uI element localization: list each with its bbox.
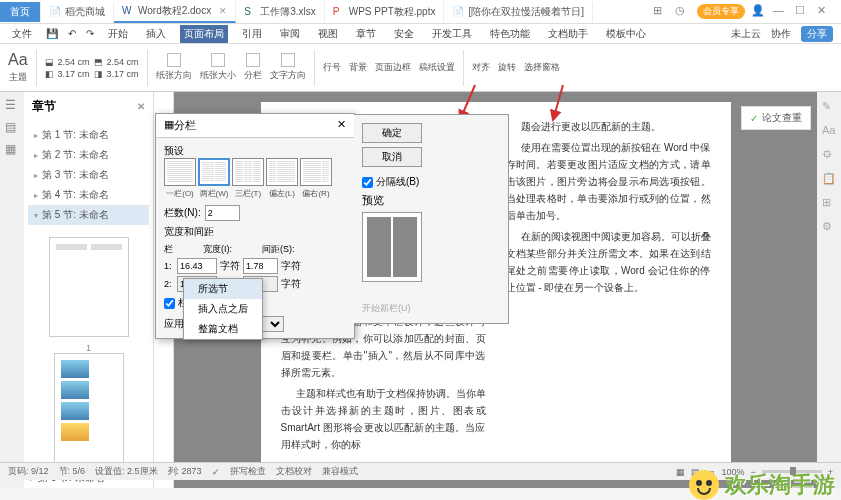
tab-label: WPS PPT教程.pptx (349, 5, 436, 19)
menu-doc-helper[interactable]: 文档助手 (544, 25, 592, 43)
chapter-item[interactable]: ▸第 4 节: 未命名 (28, 185, 149, 205)
preset-label-3: 三栏(T) (232, 188, 264, 199)
doc-check-label[interactable]: 文档校对 (276, 465, 312, 478)
watermark-logo-icon (689, 470, 719, 500)
chapter-icon[interactable]: ▤ (5, 120, 19, 134)
cancel-button[interactable]: 取消 (362, 147, 422, 167)
spacing-spinner-1[interactable]: 1.78 (243, 258, 278, 274)
dialog-title-icon: ▦ (164, 118, 174, 133)
margin-right-value[interactable]: 3.17 cm (107, 69, 139, 79)
textdir-button[interactable]: 文字方向 (270, 53, 306, 82)
cols-count-spinner[interactable]: 2 (205, 205, 240, 221)
menubar: 文件 💾 ↶ ↷ 开始 插入 页面布局 引用 审阅 视图 章节 安全 开发工具 … (0, 24, 841, 44)
menu-page-layout[interactable]: 页面布局 (180, 25, 228, 43)
close-window-icon[interactable]: ✕ (817, 4, 833, 20)
chapter-item[interactable]: ▸第 3 节: 未命名 (28, 165, 149, 185)
theme-group[interactable]: Aa 主题 (8, 51, 28, 84)
limit-icon[interactable]: ⊞ (822, 196, 836, 210)
orientation-button[interactable]: 纸张方向 (156, 53, 192, 82)
width-spinner-1[interactable]: 16.43 (177, 258, 217, 274)
outline-icon[interactable]: ☰ (5, 98, 19, 112)
chapter-item[interactable]: ▾第 5 节: 未命名 (28, 205, 149, 225)
page-thumbnail[interactable] (54, 353, 124, 463)
menu-chapter[interactable]: 章节 (352, 25, 380, 43)
bell-icon[interactable]: ◷ (675, 4, 691, 20)
dropdown-item[interactable]: 所选节 (184, 279, 262, 299)
margins-group: ⬓2.54 cm⬒2.54 cm ◧3.17 cm◨3.17 cm (45, 57, 139, 79)
chapter-title: 章节 (32, 98, 56, 115)
preset-three-column[interactable] (232, 158, 264, 186)
paper-check-button[interactable]: ✓ 论文查重 (741, 106, 811, 130)
upgrade-badge[interactable]: 会员专享 (697, 4, 745, 19)
pencil-icon[interactable]: ✎ (822, 100, 836, 114)
menu-features[interactable]: 特色功能 (486, 25, 534, 43)
select-icon[interactable]: ⯐ (822, 148, 836, 162)
clipboard-icon[interactable]: 📋 (822, 172, 836, 186)
chapter-item[interactable]: ▸第 2 节: 未命名 (28, 145, 149, 165)
menu-ref[interactable]: 引用 (238, 25, 266, 43)
style-icon[interactable]: Aa (822, 124, 836, 138)
menu-file[interactable]: 文件 (8, 25, 36, 43)
preset-left[interactable] (266, 158, 298, 186)
dropdown-item[interactable]: 整篇文档 (184, 319, 262, 339)
menu-security[interactable]: 安全 (390, 25, 418, 43)
menu-start[interactable]: 开始 (104, 25, 132, 43)
select-pane-button[interactable]: 选择窗格 (524, 61, 560, 74)
tab-other[interactable]: 📄 [陪你在双拉慢活幔着节日] (444, 2, 593, 22)
columns-button[interactable]: 分栏 (244, 53, 262, 82)
grid-icon[interactable]: ⊞ (653, 4, 669, 20)
page-thumbnail[interactable] (49, 237, 129, 337)
preset-label-1: 一栏(O) (164, 188, 196, 199)
menu-view[interactable]: 视图 (314, 25, 342, 43)
menu-review[interactable]: 审阅 (276, 25, 304, 43)
margin-left-value[interactable]: 3.17 cm (58, 69, 90, 79)
tab-word-doc[interactable]: W Word教程2.docx ✕ (114, 1, 236, 23)
prop-icon[interactable]: ⚙ (822, 220, 836, 234)
margin-bottom-value[interactable]: 2.54 cm (107, 57, 139, 67)
minimize-icon[interactable]: — (773, 4, 789, 20)
qat-save-icon[interactable]: 💾 (46, 28, 58, 39)
section-indicator[interactable]: 节: 5/6 (59, 465, 86, 478)
preset-right[interactable] (300, 158, 332, 186)
share-button[interactable]: 分享 (801, 26, 833, 42)
margin-top-value[interactable]: 2.54 cm (58, 57, 90, 67)
menu-insert[interactable]: 插入 (142, 25, 170, 43)
doc-icon: 📄 (49, 6, 61, 18)
border-button[interactable]: 页面边框 (375, 61, 411, 74)
preset-one-column[interactable] (164, 158, 196, 186)
linenum-button[interactable]: 行号 (323, 61, 341, 74)
page-indicator[interactable]: 页码: 9/12 (8, 465, 49, 478)
dialog-close-icon[interactable]: ✕ (337, 118, 346, 133)
menu-dev[interactable]: 开发工具 (428, 25, 476, 43)
tab-excel[interactable]: S 工作簿3.xlsx (236, 2, 325, 22)
line-between-checkbox[interactable] (362, 177, 373, 188)
word-count[interactable]: 列: 2873 (168, 465, 202, 478)
ok-button[interactable]: 确定 (362, 123, 422, 143)
home-tab[interactable]: 首页 (0, 2, 41, 22)
panel-close-icon[interactable]: ✕ (137, 101, 145, 112)
bg-button[interactable]: 背景 (349, 61, 367, 74)
spell-check-icon[interactable]: ✓ (212, 467, 220, 477)
tab-daoке[interactable]: 📄 稻壳商城 (41, 2, 114, 22)
qat-undo-icon[interactable]: ↶ (68, 28, 76, 39)
qat-redo-icon[interactable]: ↷ (86, 28, 94, 39)
user-icon[interactable]: 👤 (751, 4, 767, 20)
thumb-icon[interactable]: ▦ (5, 142, 19, 156)
coop-button[interactable]: 协作 (771, 27, 791, 41)
equal-width-checkbox[interactable] (164, 298, 175, 309)
align-button[interactable]: 对齐 (472, 61, 490, 74)
left-sideicons: ☰ ▤ ▦ (0, 92, 24, 488)
chapter-item[interactable]: ▸第 1 节: 未命名 (28, 125, 149, 145)
tab-ppt[interactable]: P WPS PPT教程.pptx (325, 2, 445, 22)
preset-two-column[interactable] (198, 158, 230, 186)
columns-icon (246, 53, 260, 67)
cloud-status[interactable]: 未上云 (731, 27, 761, 41)
maximize-icon[interactable]: ☐ (795, 4, 811, 20)
menu-templates[interactable]: 模板中心 (602, 25, 650, 43)
size-button[interactable]: 纸张大小 (200, 53, 236, 82)
rotate-button[interactable]: 旋转 (498, 61, 516, 74)
dropdown-item[interactable]: 插入点之后 (184, 299, 262, 319)
watermark-button[interactable]: 稿纸设置 (419, 61, 455, 74)
close-icon[interactable]: ✕ (219, 6, 227, 16)
view-print-icon[interactable]: ▦ (676, 467, 685, 477)
